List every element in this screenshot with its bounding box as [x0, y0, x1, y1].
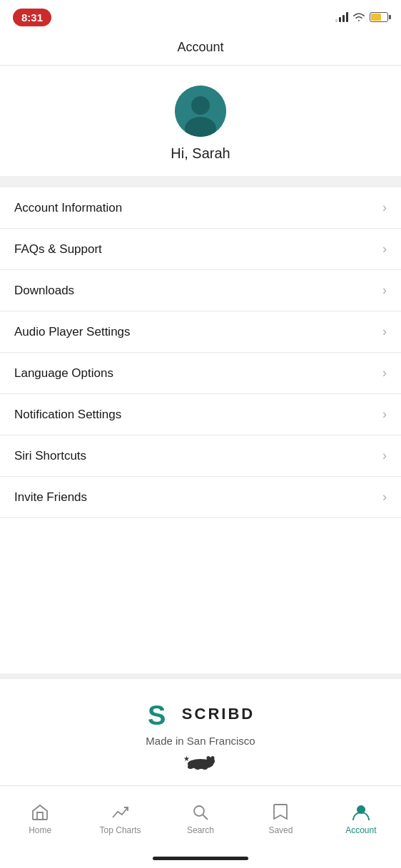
top-charts-icon [111, 802, 131, 822]
menu-item-label: Notification Settings [14, 408, 121, 422]
chevron-right-icon: › [382, 448, 387, 463]
bottom-nav: Home Top Charts Search Saved [0, 785, 401, 848]
svg-point-9 [195, 765, 200, 770]
menu-item-label: Language Options [14, 366, 113, 381]
greeting-text: Hi, Sarah [171, 145, 230, 162]
nav-label-top-charts: Top Charts [100, 825, 141, 835]
chevron-right-icon: › [382, 366, 387, 381]
menu-item-language[interactable]: Language Options › [0, 353, 401, 394]
chevron-right-icon: › [382, 407, 387, 422]
scribd-wordmark: SCRIBD [182, 705, 255, 723]
svg-point-12 [194, 806, 204, 816]
svg-text:S: S [148, 701, 166, 729]
branding-section: S SCRIBD Made in San Francisco ★ [0, 673, 401, 785]
nav-item-saved[interactable]: Saved [240, 802, 320, 835]
menu-item-notifications[interactable]: Notification Settings › [0, 394, 401, 435]
nav-item-home[interactable]: Home [0, 802, 80, 835]
nav-item-top-charts[interactable]: Top Charts [80, 802, 160, 835]
chevron-right-icon: › [382, 283, 387, 298]
menu-item-faqs[interactable]: FAQs & Support › [0, 229, 401, 270]
scribd-s-icon: S [146, 699, 176, 729]
chevron-right-icon: › [382, 242, 387, 257]
nav-label-search: Search [187, 825, 214, 835]
menu-item-audio[interactable]: Audio Player Settings › [0, 311, 401, 353]
menu-item-label: Audio Player Settings [14, 325, 131, 339]
svg-point-1 [191, 96, 210, 115]
nav-item-account[interactable]: Account [321, 802, 401, 835]
status-bar: 8:31 [0, 0, 401, 31]
page-header: Account [0, 31, 401, 66]
nav-label-home: Home [29, 825, 51, 835]
home-indicator [0, 848, 401, 868]
wifi-icon [352, 12, 365, 22]
account-icon [351, 802, 371, 822]
menu-item-account-info[interactable]: Account Information › [0, 187, 401, 229]
battery-icon [370, 12, 388, 22]
svg-point-10 [202, 765, 208, 770]
menu-item-label: Account Information [14, 201, 122, 215]
profile-section: Hi, Sarah [0, 66, 401, 182]
chevron-right-icon: › [382, 200, 387, 215]
menu-item-siri[interactable]: Siri Shortcuts › [0, 435, 401, 477]
svg-point-6 [207, 756, 210, 760]
nav-label-saved: Saved [268, 825, 293, 835]
menu-item-label: FAQs & Support [14, 242, 102, 257]
menu-item-invite[interactable]: Invite Friends › [0, 477, 401, 518]
scribd-logo: S SCRIBD [146, 699, 255, 729]
nav-item-search[interactable]: Search [161, 802, 240, 835]
menu-section: Account Information › FAQs & Support › D… [0, 182, 401, 673]
bear-icon: ★ [183, 753, 218, 773]
home-bar [153, 857, 248, 860]
svg-point-7 [211, 756, 215, 760]
status-icons [335, 12, 388, 22]
chevron-right-icon: › [382, 490, 387, 505]
menu-divider [0, 182, 401, 187]
home-icon [30, 802, 50, 822]
svg-line-13 [203, 815, 208, 820]
signal-icon [335, 12, 348, 22]
svg-point-8 [188, 765, 193, 769]
saved-icon [270, 802, 290, 822]
svg-text:★: ★ [183, 755, 190, 763]
menu-item-label: Invite Friends [14, 490, 87, 505]
status-time: 8:31 [13, 9, 51, 26]
search-icon [191, 802, 210, 822]
nav-label-account: Account [345, 825, 376, 835]
page-title: Account [177, 40, 223, 54]
menu-item-label: Siri Shortcuts [14, 449, 86, 463]
menu-item-label: Downloads [14, 284, 74, 298]
avatar [175, 86, 226, 137]
tagline: Made in San Francisco [146, 735, 255, 747]
chevron-right-icon: › [382, 324, 387, 339]
menu-item-downloads[interactable]: Downloads › [0, 270, 401, 311]
